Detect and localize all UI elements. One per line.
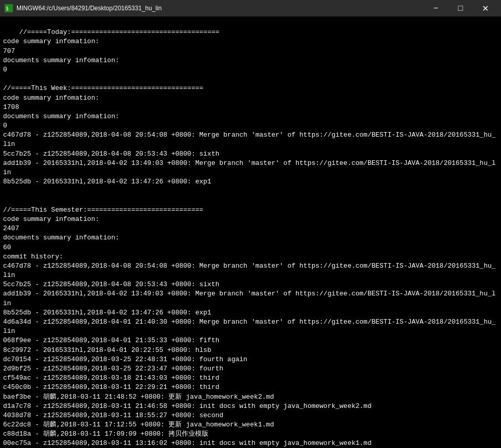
minimize-button[interactable]: − [424, 0, 448, 16]
titlebar: $ MINGW64:/c/Users/84291/Desktop/2016533… [0, 0, 501, 16]
close-button[interactable]: ✕ [473, 0, 497, 16]
terminal-icon: $ [4, 4, 13, 13]
terminal-text: //=====Today:===========================… [3, 28, 496, 448]
svg-text:$: $ [6, 6, 9, 11]
titlebar-controls: − □ ✕ [424, 0, 497, 16]
terminal-window: $ MINGW64:/c/Users/84291/Desktop/2016533… [0, 0, 501, 448]
maximize-button[interactable]: □ [449, 0, 472, 16]
window-title: MINGW64:/c/Users/84291/Desktop/20165331_… [16, 5, 162, 12]
terminal-output[interactable]: //=====Today:===========================… [0, 16, 501, 448]
titlebar-left: $ MINGW64:/c/Users/84291/Desktop/2016533… [4, 4, 162, 13]
